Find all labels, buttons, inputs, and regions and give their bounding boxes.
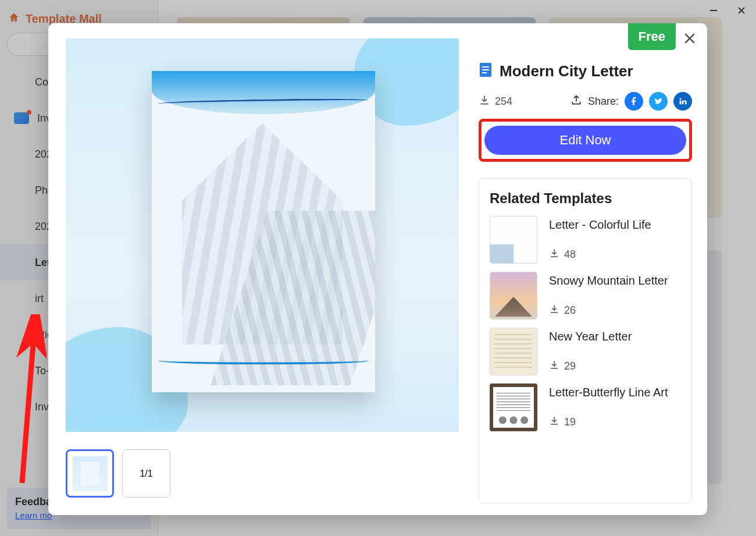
share-icon bbox=[570, 94, 582, 108]
related-download-count: 29 bbox=[564, 360, 576, 372]
document-icon bbox=[479, 62, 493, 80]
preview-page-indicator[interactable]: 1/1 bbox=[122, 449, 170, 498]
related-thumbnail bbox=[490, 384, 537, 431]
related-download-count: 48 bbox=[564, 249, 576, 261]
svg-rect-4 bbox=[482, 72, 487, 73]
download-icon bbox=[479, 94, 490, 109]
share-linkedin-button[interactable] bbox=[673, 92, 692, 111]
download-icon bbox=[549, 304, 559, 317]
edit-now-button[interactable]: Edit Now bbox=[484, 126, 686, 155]
related-template-item[interactable]: Letter - Colorful Life 48 bbox=[490, 216, 681, 264]
svg-rect-3 bbox=[482, 69, 489, 70]
related-templates-title: Related Templates bbox=[490, 190, 681, 207]
svg-rect-2 bbox=[482, 66, 489, 68]
download-count: 254 bbox=[495, 95, 512, 108]
related-template-name: Letter-Butterfly Line Art bbox=[549, 386, 668, 399]
template-preview-image bbox=[66, 38, 459, 432]
related-template-name: New Year Letter bbox=[549, 330, 632, 343]
download-icon bbox=[549, 248, 559, 261]
template-title: Modern City Letter bbox=[500, 62, 633, 80]
free-badge: Free bbox=[628, 23, 676, 50]
related-download-count: 19 bbox=[564, 416, 576, 428]
share-label: Share: bbox=[588, 95, 619, 108]
related-thumbnail bbox=[490, 272, 537, 320]
related-template-item[interactable]: New Year Letter 29 bbox=[490, 328, 681, 375]
related-template-name: Letter - Colorful Life bbox=[549, 218, 651, 232]
related-template-item[interactable]: Letter-Butterfly Line Art 19 bbox=[490, 384, 681, 431]
related-thumbnail bbox=[490, 216, 537, 264]
modal-close-button[interactable] bbox=[680, 29, 699, 48]
template-detail-modal: Free 1 bbox=[48, 23, 707, 515]
related-templates-panel: Related Templates Letter - Colorful Life… bbox=[479, 178, 692, 503]
share-twitter-button[interactable] bbox=[649, 92, 668, 111]
download-icon bbox=[549, 360, 559, 373]
share-facebook-button[interactable] bbox=[625, 92, 643, 111]
related-download-count: 26 bbox=[564, 304, 576, 317]
related-thumbnail bbox=[490, 328, 537, 375]
download-icon bbox=[549, 416, 559, 429]
related-template-name: Snowy Mountain Letter bbox=[549, 274, 668, 287]
related-template-item[interactable]: Snowy Mountain Letter 26 bbox=[490, 272, 681, 320]
preview-thumbnail-1[interactable] bbox=[66, 449, 114, 498]
edit-now-highlight: Edit Now bbox=[479, 119, 692, 162]
